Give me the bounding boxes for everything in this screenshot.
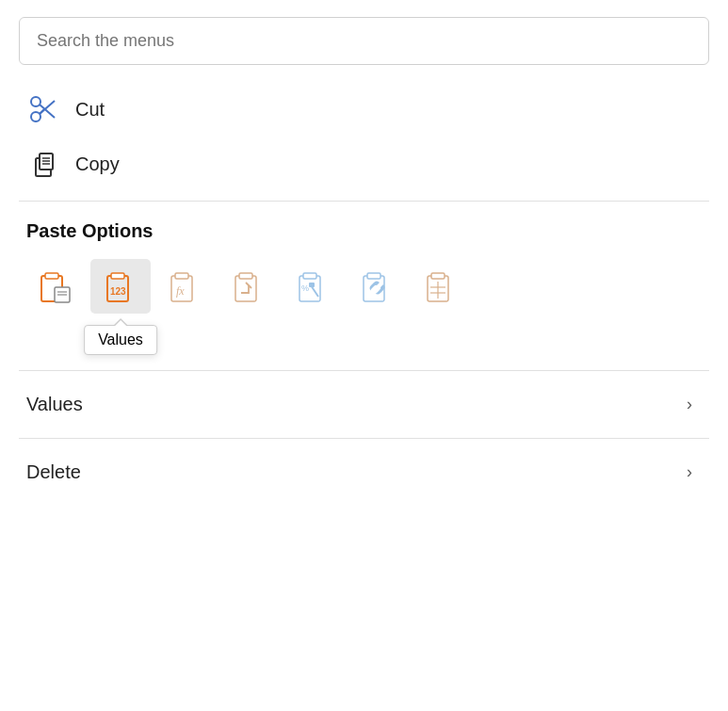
svg-text:123: 123 (110, 286, 126, 297)
values-label: Values (26, 394, 83, 415)
svg-text:%: % (301, 283, 309, 293)
divider-2 (19, 370, 709, 371)
svg-rect-16 (111, 273, 124, 279)
delete-chevron-icon: › (687, 462, 692, 482)
delete-submenu-item[interactable]: Delete › (19, 448, 709, 496)
svg-rect-22 (239, 273, 252, 279)
search-input[interactable] (19, 17, 709, 65)
paste-options-header: Paste Options (19, 211, 709, 253)
cut-menu-item[interactable]: Cut (19, 82, 709, 137)
divider-1 (19, 201, 709, 202)
divider-3 (19, 438, 709, 439)
paste-button[interactable] (26, 259, 87, 314)
svg-rect-31 (431, 273, 445, 279)
paste-values-button[interactable]: 123 Values (90, 259, 151, 314)
cut-label: Cut (75, 99, 105, 121)
paste-link-button[interactable] (347, 259, 407, 314)
svg-point-1 (31, 97, 40, 106)
delete-label: Delete (26, 461, 81, 483)
paste-options-row: 123 Values fx (19, 253, 709, 361)
scissors-icon (26, 91, 75, 127)
svg-rect-21 (235, 276, 256, 301)
svg-rect-29 (367, 273, 380, 279)
copy-label: Copy (75, 154, 120, 175)
paste-formula-button[interactable]: fx (154, 259, 215, 314)
svg-point-0 (31, 112, 40, 121)
paste-formatting-button[interactable]: % (283, 259, 343, 314)
copy-icon (26, 146, 75, 182)
svg-rect-24 (303, 273, 316, 279)
svg-rect-19 (175, 273, 188, 279)
values-submenu-item[interactable]: Values › (19, 380, 709, 428)
paste-values-tooltip: Values (84, 325, 157, 355)
paste-picture-button[interactable] (411, 259, 471, 314)
svg-rect-27 (309, 283, 315, 287)
paste-transpose-button[interactable] (218, 259, 279, 314)
svg-rect-11 (45, 273, 58, 279)
svg-text:fx: fx (176, 284, 185, 298)
copy-menu-item[interactable]: Copy (19, 137, 709, 191)
values-chevron-icon: › (687, 395, 692, 414)
